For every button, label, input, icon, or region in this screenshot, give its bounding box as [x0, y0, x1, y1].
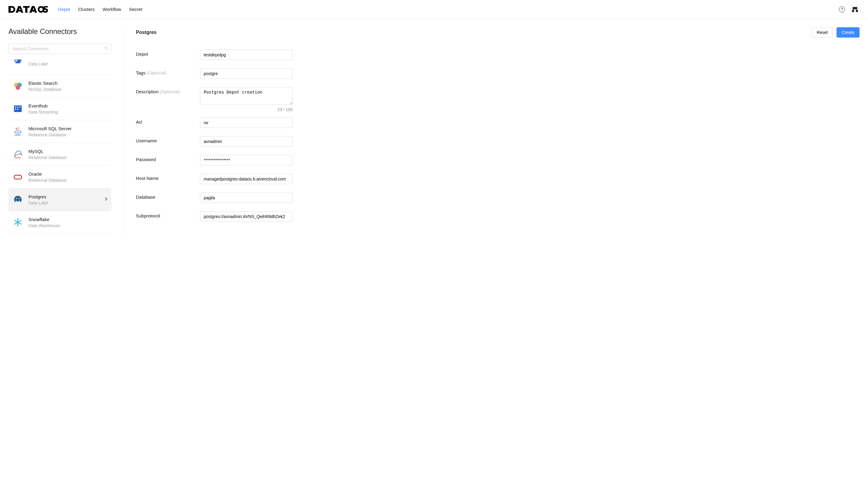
svg-rect-10 [15, 109, 17, 110]
password-label: Password [136, 155, 200, 162]
list-item[interactable]: Oracle Relational Database [8, 166, 112, 189]
svg-point-0 [105, 47, 107, 49]
elastic-icon [12, 80, 24, 92]
connector-name: Elastic Search [28, 81, 108, 86]
form-header: Postgres Reset Create [136, 27, 860, 37]
connector-sub: Data Warehouse [28, 223, 108, 228]
sidebar: Available Connectors Data Lake [8, 27, 112, 234]
list-item[interactable]: Data Lake [8, 58, 112, 75]
svg-rect-8 [17, 107, 19, 108]
svg-point-12 [14, 131, 21, 133]
snowflake-icon [12, 217, 24, 228]
search-input[interactable] [8, 44, 112, 54]
connector-sub: Data Streaming [28, 110, 108, 114]
subprotocol-label: Subprotocol [136, 211, 200, 218]
svg-rect-9 [19, 107, 21, 108]
connector-name: Oracle [28, 171, 108, 177]
depot-input[interactable] [200, 50, 293, 60]
hostname-label: Host Name [136, 174, 200, 181]
svg-rect-7 [15, 107, 17, 108]
connector-name: Postgres [28, 194, 100, 199]
connector-sub: Relational Database [28, 155, 108, 160]
connector-name: Eventhub [28, 103, 108, 108]
create-button[interactable]: Create [837, 27, 860, 37]
eventhub-icon [12, 103, 24, 114]
list-item[interactable]: Snowflake Data Warehouse [8, 211, 112, 234]
gcs-icon [12, 58, 24, 69]
svg-rect-2 [15, 59, 17, 61]
nav-depot[interactable]: Depot [58, 7, 70, 12]
password-input[interactable] [200, 155, 293, 165]
svg-rect-11 [17, 109, 19, 110]
main: Available Connectors Data Lake [0, 19, 868, 242]
user-avatar[interactable] [850, 5, 860, 14]
connector-sub: NoSQL Database [28, 87, 108, 92]
list-item[interactable]: JDBC Microsoft SQL Server Relational Dat… [8, 120, 112, 143]
logo-svg [8, 6, 48, 13]
mysql-icon: MySQL [12, 148, 24, 160]
nav-workflow[interactable]: Workflow [102, 7, 121, 12]
username-input[interactable] [200, 136, 293, 147]
acl-label: Acl [136, 117, 200, 124]
list-item[interactable]: MySQL MySQL Relational Database [8, 143, 112, 166]
username-label: Username [136, 136, 200, 143]
nav-secret[interactable]: Secret [129, 7, 142, 12]
svg-text:JDBC: JDBC [14, 134, 21, 136]
connector-list[interactable]: Data Lake Elastic Search NoSQL Database [8, 58, 112, 234]
depot-label: Depot [136, 50, 200, 57]
svg-rect-15 [14, 175, 22, 179]
hostname-input[interactable] [200, 174, 293, 184]
svg-point-17 [19, 198, 20, 199]
connector-sub: Data Lake [28, 200, 100, 205]
tags-input[interactable] [200, 68, 293, 79]
oracle-icon [12, 171, 24, 183]
svg-line-1 [107, 49, 108, 50]
divider [123, 30, 124, 234]
sidebar-title: Available Connectors [8, 27, 112, 36]
subprotocol-input[interactable] [200, 211, 293, 222]
connector-name: MySQL [28, 149, 108, 154]
acl-input[interactable] [200, 117, 293, 128]
search-icon [104, 46, 108, 52]
database-input[interactable] [200, 193, 293, 203]
tags-label: Tags (Optional) [136, 68, 200, 76]
connector-sub: Relational Database [28, 132, 108, 137]
form-area: Postgres Reset Create Depot Tags (Option… [136, 27, 860, 234]
description-input[interactable] [200, 87, 293, 105]
database-label: Database [136, 193, 200, 200]
connector-name: Snowflake [28, 217, 108, 222]
description-label: Description (Optional) [136, 87, 200, 94]
chevron-right-icon [105, 197, 108, 202]
reset-button[interactable]: Reset [811, 27, 833, 37]
nav-clusters[interactable]: Clusters [78, 7, 95, 12]
brand-logo [8, 6, 48, 13]
connector-name: Microsoft SQL Server [28, 126, 108, 131]
svg-point-16 [16, 198, 17, 199]
jdbc-icon: JDBC [12, 126, 24, 137]
postgres-icon [12, 194, 24, 205]
topbar-right: ? [839, 5, 860, 14]
svg-point-5 [16, 85, 20, 90]
connector-sub: Data Lake [28, 61, 108, 66]
description-counter: 23 / 100 [200, 107, 293, 112]
main-nav: Depot Clusters Workflow Secret [58, 7, 142, 12]
form-title: Postgres [136, 30, 156, 35]
list-item[interactable]: Elastic Search NoSQL Database [8, 75, 112, 97]
search-wrap [8, 44, 112, 54]
list-item[interactable]: Eventhub Data Streaming [8, 97, 112, 120]
list-item-selected[interactable]: Postgres Data Lake [8, 189, 112, 211]
help-icon[interactable]: ? [839, 6, 845, 12]
topbar: Depot Clusters Workflow Secret ? [0, 0, 868, 19]
svg-text:MySQL: MySQL [14, 156, 21, 159]
connector-sub: Relational Database [28, 178, 108, 183]
